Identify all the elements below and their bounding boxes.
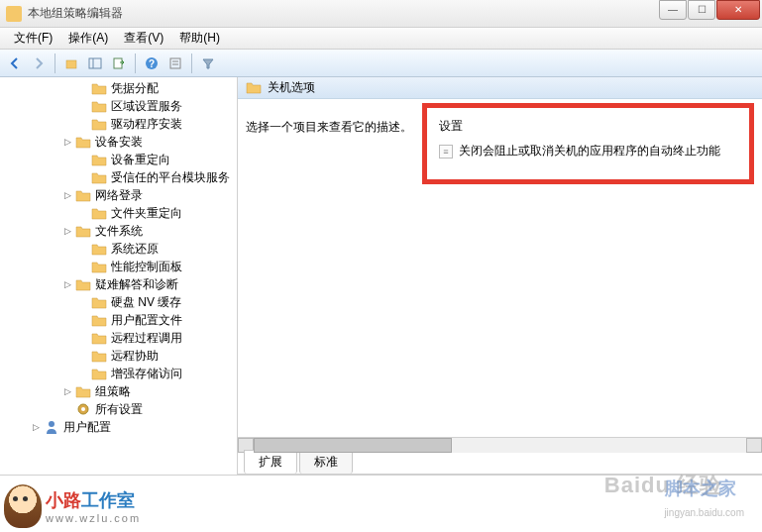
tree-item[interactable]: 远程协助: [0, 347, 237, 365]
detail-tabs: 扩展 标准: [238, 453, 762, 475]
back-button[interactable]: [4, 53, 26, 74]
scroll-track[interactable]: [254, 438, 746, 453]
tree-item-label: 疑难解答和诊断: [95, 276, 237, 293]
tree-item-label: 组策略: [95, 383, 237, 400]
tree-item[interactable]: 远程过程调用: [0, 329, 237, 347]
tree-item[interactable]: ▷组策略: [0, 382, 237, 400]
separator: [135, 53, 136, 73]
menu-file[interactable]: 文件(F): [8, 28, 58, 49]
menu-view[interactable]: 查看(V): [118, 28, 169, 49]
expand-icon[interactable]: [77, 207, 89, 219]
settings-column-header[interactable]: 设置: [435, 114, 741, 141]
svg-rect-6: [170, 58, 180, 68]
toolbar: ?: [0, 50, 762, 77]
tree-item-label: 用户配置: [63, 419, 237, 436]
maximize-button[interactable]: ☐: [688, 0, 715, 20]
menu-action[interactable]: 操作(A): [62, 28, 114, 49]
tree-item[interactable]: 系统还原: [0, 240, 237, 258]
detail-body: 选择一个项目来查看它的描述。 设置 ≡ 关闭会阻止或取消关机的应用程序的自动终止…: [238, 99, 762, 437]
help-button[interactable]: ?: [141, 53, 163, 74]
tree-item[interactable]: 文件夹重定向: [0, 204, 237, 222]
svg-rect-1: [89, 58, 101, 68]
detail-settings-area: 设置 ≡ 关闭会阻止或取消关机的应用程序的自动终止功能: [422, 99, 762, 437]
detail-title: 关机选项: [268, 79, 315, 96]
svg-point-10: [81, 407, 85, 411]
user-icon: [44, 419, 59, 435]
expand-icon[interactable]: [77, 243, 89, 255]
separator: [191, 53, 192, 73]
tree-item-label: 所有设置: [95, 401, 237, 418]
show-hide-tree-button[interactable]: [84, 53, 106, 74]
tree-item[interactable]: ▷疑难解答和诊断: [0, 275, 237, 293]
tree-item[interactable]: 性能控制面板: [0, 258, 237, 275]
setting-item[interactable]: ≡ 关闭会阻止或取消关机的应用程序的自动终止功能: [435, 141, 741, 161]
svg-point-11: [49, 421, 54, 427]
window-controls: — ☐ ✕: [658, 0, 760, 22]
svg-rect-0: [66, 60, 76, 68]
menu-help[interactable]: 帮助(H): [173, 28, 226, 49]
expand-icon[interactable]: [77, 314, 89, 326]
forward-button[interactable]: [28, 53, 50, 74]
expand-icon[interactable]: ▷: [30, 421, 42, 433]
up-button[interactable]: [60, 53, 82, 74]
tree-item-label: 受信任的平台模块服务: [111, 169, 237, 186]
tree-item-label: 用户配置文件: [111, 312, 237, 329]
tree-item[interactable]: 用户配置文件: [0, 311, 237, 329]
tree-item-label: 区域设置服务: [111, 98, 237, 115]
tree-item-label: 硬盘 NV 缓存: [111, 294, 237, 311]
expand-icon[interactable]: [77, 118, 89, 130]
close-button[interactable]: ✕: [716, 0, 760, 20]
expand-icon[interactable]: ▷: [61, 225, 73, 237]
expand-icon[interactable]: ▷: [61, 385, 73, 397]
scroll-right-button[interactable]: [746, 438, 762, 453]
minimize-button[interactable]: —: [659, 0, 687, 20]
export-button[interactable]: [108, 53, 130, 74]
titlebar: 本地组策略编辑器 — ☐ ✕: [0, 0, 762, 28]
expand-icon[interactable]: [77, 332, 89, 344]
menubar: 文件(F) 操作(A) 查看(V) 帮助(H): [0, 28, 762, 50]
tree-item[interactable]: ▷网络登录: [0, 186, 237, 204]
expand-icon[interactable]: [77, 82, 89, 94]
expand-icon[interactable]: [77, 100, 89, 112]
properties-button[interactable]: [164, 53, 186, 74]
expand-icon[interactable]: [77, 261, 89, 272]
tree-item-label: 文件夹重定向: [111, 205, 237, 222]
tree-item-label: 设备安装: [95, 134, 237, 151]
tab-standard[interactable]: 标准: [299, 450, 353, 474]
tree-item-user-config[interactable]: ▷用户配置: [0, 418, 237, 436]
policy-icon: ≡: [439, 145, 453, 159]
tree-item[interactable]: ▷文件系统: [0, 222, 237, 240]
tree-item-label: 系统还原: [111, 241, 237, 258]
tree-item[interactable]: 设备重定向: [0, 151, 237, 168]
detail-header: 关机选项: [238, 77, 762, 99]
tree-item-all-settings[interactable]: 所有设置: [0, 400, 237, 418]
expand-icon[interactable]: [77, 350, 89, 362]
expand-icon[interactable]: ▷: [61, 278, 73, 290]
expand-icon[interactable]: ▷: [61, 189, 73, 201]
tree-item[interactable]: 受信任的平台模块服务: [0, 168, 237, 186]
expand-icon[interactable]: [77, 171, 89, 183]
filter-button[interactable]: [197, 53, 219, 74]
tab-extended[interactable]: 扩展: [244, 450, 297, 474]
scroll-thumb[interactable]: [254, 438, 452, 453]
tree-item-label: 凭据分配: [111, 80, 237, 97]
tree-item[interactable]: 增强存储访问: [0, 365, 237, 382]
tree-item[interactable]: 凭据分配: [0, 79, 237, 97]
tree-item[interactable]: 硬盘 NV 缓存: [0, 293, 237, 311]
horizontal-scrollbar[interactable]: [238, 437, 762, 453]
tree-item-label: 设备重定向: [111, 152, 237, 168]
expand-icon[interactable]: [77, 154, 89, 165]
expand-icon[interactable]: [77, 296, 89, 308]
folder-icon: [246, 81, 262, 94]
app-icon: [6, 6, 22, 22]
svg-rect-3: [114, 58, 122, 68]
tree-item[interactable]: ▷设备安装: [0, 133, 237, 151]
setting-item-label: 关闭会阻止或取消关机的应用程序的自动终止功能: [459, 143, 720, 160]
content-area: 凭据分配区域设置服务驱动程序安装▷设备安装设备重定向受信任的平台模块服务▷网络登…: [0, 77, 762, 476]
tree-item[interactable]: 区域设置服务: [0, 97, 237, 115]
logo-cartoon: [4, 484, 42, 528]
expand-icon[interactable]: [77, 368, 89, 379]
expand-icon[interactable]: ▷: [61, 136, 73, 148]
tree-pane[interactable]: 凭据分配区域设置服务驱动程序安装▷设备安装设备重定向受信任的平台模块服务▷网络登…: [0, 77, 238, 475]
tree-item[interactable]: 驱动程序安装: [0, 115, 237, 133]
